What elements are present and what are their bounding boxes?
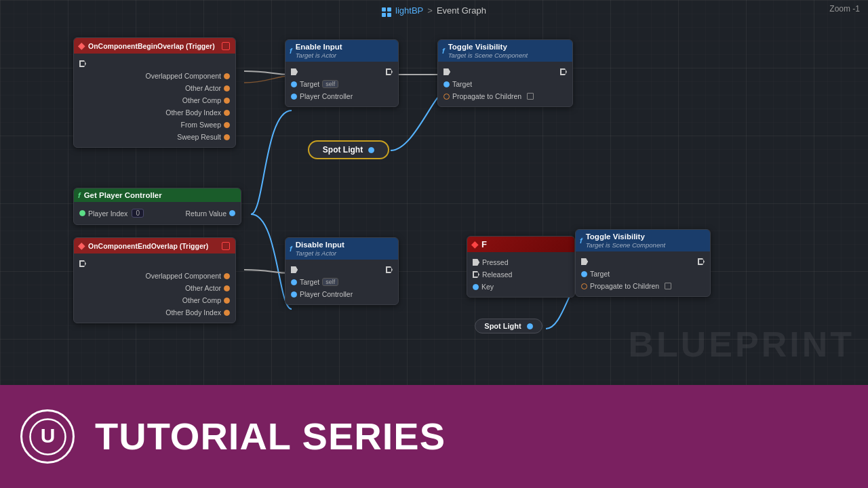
- propagate-checkbox-bottom[interactable]: [665, 283, 671, 289]
- sweep-result-icon: [224, 134, 230, 140]
- on-end-overlap-node[interactable]: ◆ OnComponentEndOverlap (Trigger) Overla…: [73, 237, 236, 323]
- end-overlap-exec-out[interactable]: [74, 258, 235, 270]
- from-sweep-pin[interactable]: From Sweep: [74, 119, 235, 131]
- other-body-index-icon: [224, 310, 230, 316]
- toggle-vis-bottom-exec-pins[interactable]: [576, 256, 710, 268]
- toggle-vis-top-header: f Toggle Visibility Target is Scene Comp…: [438, 40, 572, 62]
- player-controller-icon: [291, 94, 297, 100]
- propagate-pin-top[interactable]: Propagate to Children: [438, 90, 572, 102]
- disable-target-pin[interactable]: Target self: [285, 276, 398, 288]
- from-sweep-icon: [224, 122, 230, 128]
- target-icon: [291, 81, 297, 87]
- overlapped-component-icon: [224, 273, 230, 279]
- zoom-label: Zoom -1: [829, 4, 860, 14]
- overlapped-component-pin[interactable]: Overlapped Component: [74, 70, 235, 82]
- exec-in-icon: [581, 258, 588, 265]
- end-overlapped-component-pin[interactable]: Overlapped Component: [74, 270, 235, 282]
- other-body-index-icon: [224, 110, 230, 116]
- target-pin-bottom[interactable]: Target: [576, 268, 710, 280]
- player-controller-pin[interactable]: Player Controller: [285, 90, 398, 102]
- other-actor-pin[interactable]: Other Actor: [74, 82, 235, 94]
- end-other-comp-pin[interactable]: Other Comp: [74, 294, 235, 306]
- other-comp-icon: [224, 298, 230, 304]
- breadcrumb-separator: >: [427, 5, 433, 16]
- ue-logo: U: [20, 409, 75, 464]
- disable-input-exec-pins[interactable]: [285, 264, 398, 276]
- toggle-vis-bottom-header: f Toggle Visibility Target is Scene Comp…: [576, 230, 710, 251]
- other-actor-icon: [224, 85, 230, 92]
- player-index-icon: [79, 210, 85, 216]
- other-actor-icon: [224, 285, 230, 291]
- disable-input-node[interactable]: f Disable Input Target is Actor Target s…: [285, 237, 399, 305]
- grid-icon: [382, 3, 391, 17]
- end-other-actor-pin[interactable]: Other Actor: [74, 282, 235, 294]
- overlapped-component-icon: [224, 73, 230, 79]
- spot-light-bottom-node[interactable]: Spot Light: [475, 319, 542, 333]
- enable-input-node[interactable]: f Enable Input Target is Actor Target se…: [285, 39, 399, 107]
- exec-out-icon: [386, 68, 393, 75]
- key-pin[interactable]: Key: [467, 281, 574, 293]
- target-pin-top[interactable]: Target: [438, 78, 572, 90]
- target-icon: [581, 271, 587, 277]
- exec-out-icon: [560, 68, 567, 75]
- sweep-result-pin[interactable]: Sweep Result: [74, 131, 235, 143]
- exec-out-icon: [386, 266, 393, 273]
- toggle-visibility-bottom-node[interactable]: f Toggle Visibility Target is Scene Comp…: [575, 229, 711, 297]
- svg-text:U: U: [40, 424, 55, 447]
- top-bar: lightBP > Event Graph Zoom -1: [0, 0, 868, 20]
- enable-input-exec-pins[interactable]: [285, 66, 398, 78]
- bottom-bar: U TUTORIAL SERIES: [0, 385, 868, 488]
- toggle-visibility-top-node[interactable]: f Toggle Visibility Target is Scene Comp…: [437, 39, 573, 107]
- exec-out-icon: [79, 260, 86, 267]
- spot-light-bottom-pin: [527, 323, 533, 329]
- blueprint-canvas: lightBP > Event Graph Zoom -1 ◆ OnCompon…: [0, 0, 868, 385]
- f-key-header: ◆ F: [467, 237, 574, 252]
- breadcrumb-lightbp[interactable]: lightBP: [395, 5, 423, 16]
- other-comp-icon: [224, 98, 230, 104]
- propagate-pin-bottom[interactable]: Propagate to Children: [576, 280, 710, 292]
- exec-in-icon: [291, 68, 298, 75]
- on-begin-overlap-header: ◆ OnComponentBeginOverlap (Trigger): [74, 38, 235, 54]
- spot-light-top-node[interactable]: Spot Light: [308, 140, 389, 159]
- propagate-icon: [443, 94, 450, 100]
- released-pin[interactable]: Released: [467, 268, 574, 281]
- get-player-controller-pins[interactable]: Player Index 0 Return Value: [74, 206, 241, 220]
- pressed-pin[interactable]: Pressed: [467, 256, 574, 268]
- end-other-body-pin[interactable]: Other Body Index: [74, 306, 235, 319]
- pressed-exec-icon: [473, 259, 479, 266]
- exec-in-icon: [291, 266, 298, 273]
- propagate-checkbox[interactable]: [527, 93, 534, 100]
- get-player-controller-header: f Get Player Controller: [74, 188, 241, 202]
- f-key-node[interactable]: ◆ F Pressed Released Key: [467, 236, 575, 298]
- tutorial-title-text: TUTORIAL SERIES: [95, 418, 446, 455]
- exec-out-icon: [79, 60, 86, 67]
- exec-out-icon: [698, 258, 705, 265]
- enable-input-header: f Enable Input Target is Actor: [285, 40, 398, 62]
- blueprint-watermark: BLUEPRINT: [628, 324, 854, 365]
- released-exec-icon: [473, 271, 479, 278]
- disable-input-header: f Disable Input Target is Actor: [285, 238, 398, 260]
- propagate-icon: [581, 283, 587, 289]
- exec-out-pin[interactable]: [74, 58, 235, 70]
- other-comp-pin[interactable]: Other Comp: [74, 94, 235, 106]
- player-controller-icon: [291, 291, 297, 298]
- spot-light-top-pin: [368, 147, 374, 153]
- disable-player-controller-pin[interactable]: Player Controller: [285, 288, 398, 300]
- target-icon: [443, 81, 450, 87]
- other-body-index-pin[interactable]: Other Body Index: [74, 106, 235, 119]
- return-value-icon: [229, 210, 235, 216]
- key-icon: [473, 284, 479, 290]
- on-begin-overlap-node[interactable]: ◆ OnComponentBeginOverlap (Trigger) Over…: [73, 37, 236, 148]
- get-player-controller-node[interactable]: f Get Player Controller Player Index 0 R…: [73, 188, 241, 225]
- breadcrumb-eventgraph[interactable]: Event Graph: [437, 5, 486, 16]
- toggle-vis-top-exec-pins[interactable]: [438, 66, 572, 78]
- target-icon: [291, 279, 297, 285]
- target-pin[interactable]: Target self: [285, 78, 398, 90]
- exec-in-icon: [443, 68, 450, 75]
- on-end-overlap-header: ◆ OnComponentEndOverlap (Trigger): [74, 238, 235, 253]
